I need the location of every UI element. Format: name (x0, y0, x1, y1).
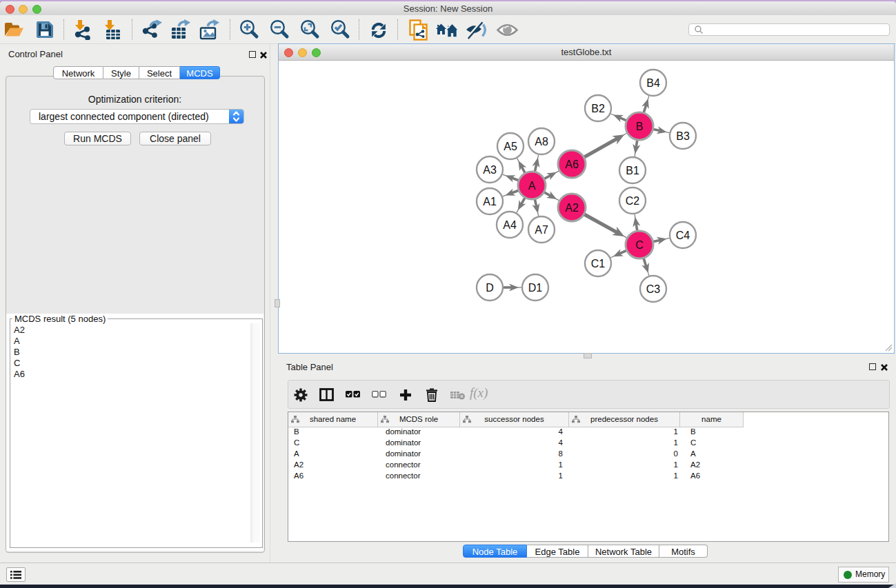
svg-text:D1: D1 (528, 282, 543, 294)
svg-text:A6: A6 (565, 159, 579, 170)
svg-text:C2: C2 (626, 195, 640, 207)
svg-text:A1: A1 (483, 196, 497, 207)
svg-text:A: A (528, 180, 536, 192)
svg-text:C: C (635, 239, 644, 251)
svg-text:A5: A5 (504, 141, 517, 152)
svg-text:B4: B4 (646, 77, 660, 89)
svg-text:B1: B1 (626, 165, 639, 176)
svg-text:B2: B2 (591, 103, 605, 114)
svg-text:B3: B3 (676, 130, 690, 142)
svg-text:C3: C3 (646, 283, 661, 295)
svg-text:A2: A2 (565, 202, 579, 214)
svg-text:B: B (636, 121, 644, 132)
svg-text:C4: C4 (676, 230, 690, 241)
svg-text:A8: A8 (535, 136, 548, 148)
svg-text:A3: A3 (483, 164, 497, 176)
svg-text:C1: C1 (591, 258, 606, 270)
svg-text:A4: A4 (503, 219, 517, 231)
svg-text:D: D (486, 282, 494, 294)
svg-text:A7: A7 (535, 224, 548, 236)
